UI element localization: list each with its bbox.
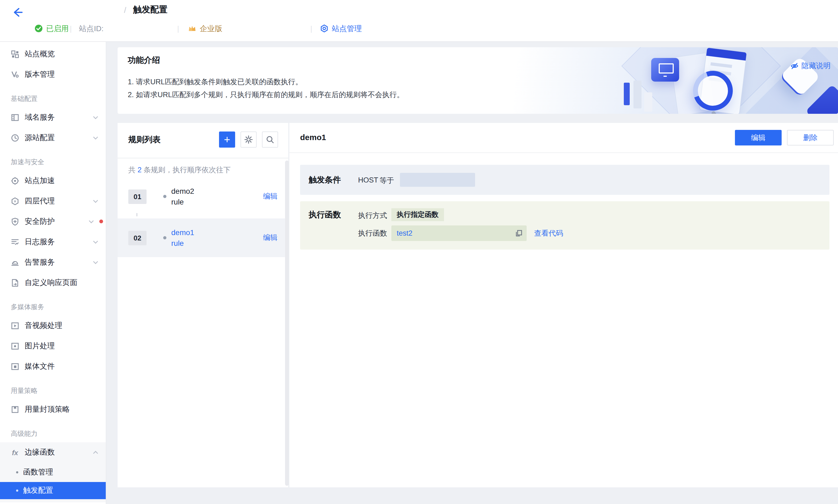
trigger-condition-label: 触发条件: [309, 175, 341, 185]
sidebar-item-alert-service[interactable]: 告警服务: [0, 252, 106, 273]
rule-status-dot: [163, 236, 166, 239]
view-code-link[interactable]: 查看代码: [534, 229, 563, 238]
fx-icon: fx: [11, 448, 19, 456]
sidebar-item-image-processing[interactable]: 图片处理: [0, 336, 106, 356]
chevron-down-icon: [89, 220, 94, 223]
page-title: 触发配置: [133, 4, 167, 16]
separator: |: [177, 22, 179, 34]
trigger-condition-section: 触发条件 HOST 等于: [300, 165, 830, 195]
bookmark-icon: [11, 405, 19, 414]
breadcrumb-separator: /: [124, 5, 126, 15]
image-icon: [11, 342, 19, 350]
rule-list-item-demo1-selected[interactable]: 02 demo1 rule 编辑: [118, 218, 288, 257]
grid-icon: [11, 50, 19, 58]
banner-line-1: 1. 请求URL匹配到触发条件则触发已关联的函数执行。: [128, 77, 303, 87]
gear-icon: [244, 135, 253, 144]
sidebar-item-edge-function[interactable]: fx 边缘函数: [0, 442, 106, 463]
sidebar-item-label: 函数管理: [23, 468, 53, 477]
rule-detail-header: demo1 编辑 删除: [289, 123, 838, 153]
site-id-label: 站点ID:: [79, 22, 104, 34]
hide-description-label: 隐藏说明: [802, 61, 831, 71]
alert-dot-badge: [99, 219, 103, 223]
sidebar-section-multimedia: 多媒体服务: [0, 299, 106, 316]
sidebar-item-function-management[interactable]: 函数管理: [0, 463, 106, 482]
sidebar-item-label: 站点加速: [25, 176, 55, 186]
sidebar-section-advanced: 高级能力: [0, 425, 106, 442]
rule-list-item-demo2[interactable]: 01 demo2 rule 编辑: [118, 182, 288, 211]
sidebar-item-site-acceleration[interactable]: 站点加速: [0, 171, 106, 191]
history-clock-icon: [11, 134, 19, 142]
search-icon: [266, 135, 274, 144]
execute-function-label: 执行函数: [309, 210, 341, 220]
rules-count: 2: [138, 166, 142, 174]
status-badge: 已启用: [34, 22, 69, 34]
sidebar-item-label: 自定义响应页面: [25, 278, 77, 288]
check-circle-icon: [34, 24, 43, 33]
sidebar-section-basic-config: 基础配置: [0, 90, 106, 107]
add-rule-button[interactable]: +: [219, 131, 235, 148]
separator: |: [310, 22, 312, 34]
sidebar-item-domain-service[interactable]: 域名服务: [0, 107, 106, 128]
sidebar-item-label: 域名服务: [25, 113, 55, 122]
monitor-tile-icon: [651, 58, 679, 82]
sidebar-item-usage-cap-policy[interactable]: 用量封顶策略: [0, 399, 106, 420]
rules-search-button[interactable]: [262, 131, 278, 148]
l4-proxy-icon: [11, 197, 19, 205]
sidebar-section-usage-policy: 用量策略: [0, 382, 106, 399]
site-manage-link[interactable]: 站点管理: [320, 22, 362, 34]
bullet-dot-icon: [16, 471, 18, 473]
sidebar-item-log-service[interactable]: 日志服务: [0, 232, 106, 252]
chevron-down-icon: [93, 200, 98, 203]
back-icon[interactable]: [11, 6, 24, 19]
sidebar-item-media-files[interactable]: 媒体文件: [0, 356, 106, 377]
execute-function-section: 执行函数 执行方式 执行指定函数 执行函数 test2 查看代码: [300, 201, 830, 250]
sidebar-section-accel-security: 加速与安全: [0, 154, 106, 171]
separator: |: [70, 22, 72, 34]
sidebar-item-label: 用量封顶策略: [25, 405, 70, 414]
edge-function-group: fx 边缘函数 函数管理 触发配置: [0, 442, 106, 502]
sidebar-item-l4-proxy[interactable]: 四层代理: [0, 191, 106, 212]
copy-icon[interactable]: [515, 230, 522, 237]
rule-order-badge: 01: [128, 189, 146, 204]
content-area: 功能介绍 1. 请求URL匹配到触发条件则触发已关联的函数执行。 2. 如请求U…: [106, 42, 838, 504]
version-icon: [11, 70, 19, 79]
function-value-box: test2: [391, 226, 527, 241]
sidebar-item-trigger-config[interactable]: 触发配置: [0, 482, 106, 499]
sidebar-item-origin-config[interactable]: 源站配置: [0, 128, 106, 148]
sidebar-item-security[interactable]: 安全防护: [0, 212, 106, 232]
status-label: 已启用: [46, 22, 69, 34]
sidebar-item-label: 图片处理: [25, 341, 55, 351]
banner-title: 功能介绍: [128, 55, 160, 66]
bullet-dot-icon: [16, 489, 18, 492]
banner-line-2: 2. 如请求URL匹配到多个规则，只执行顺序在前的规则，顺序在后的规则将不会执行…: [128, 90, 404, 100]
rule-name-line1: demo2: [171, 186, 194, 196]
delete-rule-button[interactable]: 删除: [787, 130, 834, 145]
sidebar-item-label: 安全防护: [25, 217, 55, 227]
site-status-row: 已启用 | 站点ID: | 企业版 | 站点管理: [0, 22, 838, 34]
rules-list-header: 规则列表 +: [118, 123, 288, 158]
sidebar-item-label: 告警服务: [25, 258, 55, 267]
hide-description-link[interactable]: 隐藏说明: [790, 61, 831, 71]
edit-rule-button[interactable]: 编辑: [735, 130, 782, 145]
sidebar-item-version-management[interactable]: 版本管理: [0, 65, 106, 85]
sidebar-item-label: 媒体文件: [25, 362, 55, 372]
sidebar-item-label: 版本管理: [25, 70, 55, 79]
intro-banner: 功能介绍 1. 请求URL匹配到触发条件则触发已关联的函数执行。 2. 如请求U…: [118, 47, 838, 114]
crown-icon: [188, 24, 196, 33]
rule-name[interactable]: demo2 rule: [171, 186, 194, 207]
rules-scrollbar[interactable]: [285, 161, 289, 486]
function-name-link[interactable]: test2: [397, 229, 413, 237]
logs-icon: [11, 238, 19, 246]
rule-edit-link[interactable]: 编辑: [263, 233, 278, 242]
sidebar-item-custom-response-page[interactable]: 自定义响应页面: [0, 273, 106, 293]
chevron-down-icon: [93, 136, 98, 140]
sidebar-item-site-overview[interactable]: 站点概览: [0, 44, 106, 65]
chevron-up-icon: [93, 451, 98, 454]
rule-name[interactable]: demo1 rule: [171, 227, 194, 249]
sidebar-item-label: 站点概览: [25, 49, 55, 59]
rules-settings-button[interactable]: [240, 131, 256, 148]
sidebar-item-av-processing[interactable]: 音视频处理: [0, 316, 106, 336]
trigger-value-redacted: [400, 173, 475, 187]
rule-edit-link[interactable]: 编辑: [263, 192, 278, 201]
sidebar-item-label: 日志服务: [25, 237, 55, 247]
